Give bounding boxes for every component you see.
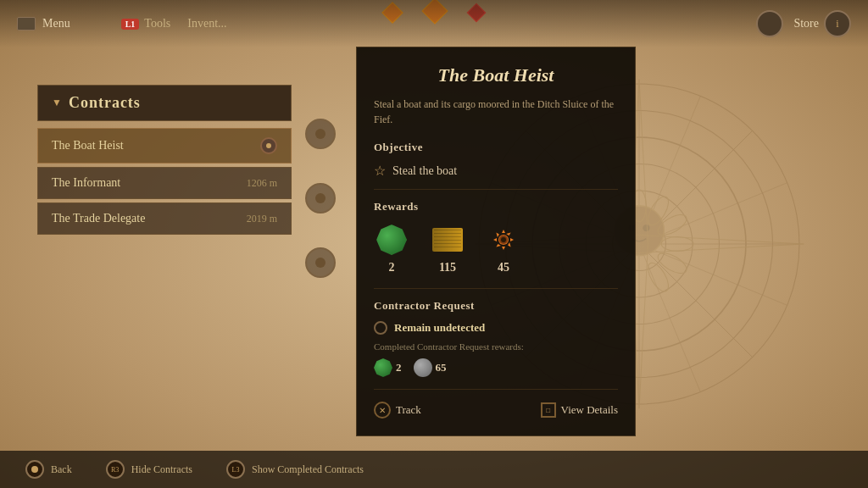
view-details-icon: □: [541, 402, 556, 418]
top-right: Store i: [756, 10, 851, 37]
reward-gem-value: 2: [389, 261, 395, 274]
objective-text: Steal the boat: [392, 164, 457, 178]
view-details-button[interactable]: □ View Details: [541, 402, 618, 419]
tab-inventory[interactable]: Invent...: [187, 17, 226, 30]
contracts-header: ▼ Contracts: [37, 85, 292, 121]
rewards-label: Rewards: [374, 200, 618, 214]
back-label: Back: [51, 463, 72, 476]
gem-shape: [376, 225, 407, 255]
menu-icon: [17, 17, 36, 30]
book-shape: [432, 228, 463, 252]
small-gem-icon: [374, 358, 392, 377]
divider-1: [374, 189, 618, 190]
l1-badge: L1: [121, 19, 140, 30]
menu-label: Menu: [42, 17, 70, 30]
completed-reward-coin: 65: [414, 358, 447, 377]
completed-rewards-label: Completed Contractor Request rewards:: [374, 341, 618, 352]
contract-distance-3: 2019 m: [247, 213, 277, 225]
track-label: Track: [396, 403, 421, 417]
inventory-label: Invent...: [187, 17, 226, 30]
top-bar: Menu L1 Tools Invent... Store i: [0, 0, 868, 47]
svg-point-24: [644, 260, 672, 295]
reward-gem: 2: [374, 222, 409, 274]
svg-point-28: [501, 237, 506, 242]
detail-panel: The Boat Heist Steal a boat and its carg…: [356, 47, 636, 436]
top-circle-icon: [756, 10, 783, 37]
action-buttons: ✕ Track □ View Details: [374, 389, 618, 419]
contractor-checkbox-icon: [374, 321, 387, 335]
gear-svg: [488, 225, 519, 255]
back-action[interactable]: Back: [25, 460, 72, 479]
view-details-label: View Details: [561, 403, 618, 417]
contracts-arrow-icon: ▼: [52, 97, 62, 109]
detail-title: The Boat Heist: [374, 64, 618, 86]
completed-gem-value: 2: [396, 361, 402, 374]
reward-book: 115: [430, 222, 465, 274]
svg-point-23: [655, 249, 690, 277]
contract-name-3: The Trade Delegate: [52, 212, 145, 225]
gear-reward-icon: [486, 222, 521, 258]
back-button-icon: [25, 460, 44, 479]
marker-1: [305, 119, 336, 149]
show-completed-action[interactable]: L3 Show Completed Contracts: [226, 460, 364, 479]
objective-row: ☆ Steal the boat: [374, 163, 618, 179]
gem-reward-icon: [374, 222, 409, 258]
rewards-row: 2 115 45: [374, 222, 618, 274]
hide-contracts-action[interactable]: R3 Hide Contracts: [106, 460, 192, 479]
menu-button[interactable]: Menu: [17, 17, 70, 30]
track-button[interactable]: ✕ Track: [374, 402, 421, 419]
store-label: Store: [793, 17, 819, 30]
contract-distance-2: 1206 m: [247, 177, 277, 190]
bottom-bar: Back R3 Hide Contracts L3 Show Completed…: [0, 451, 868, 488]
contracts-panel: ▼ Contracts The Boat Heist The Informant…: [37, 85, 292, 238]
r3-button-icon: R3: [106, 460, 125, 479]
book-reward-icon: [430, 222, 465, 258]
completed-reward-gem: 2: [374, 358, 402, 377]
completed-coin-value: 65: [436, 361, 447, 374]
store-button[interactable]: Store i: [793, 10, 851, 37]
left-markers: [305, 119, 336, 278]
contract-nav-1: [260, 137, 277, 154]
hide-contracts-label: Hide Contracts: [131, 463, 192, 476]
reward-gear-value: 45: [498, 261, 509, 274]
reward-book-value: 115: [439, 261, 456, 274]
divider-2: [374, 288, 618, 289]
reward-gear: 45: [486, 222, 521, 274]
contract-item-trade-delegate[interactable]: The Trade Delegate 2019 m: [37, 202, 292, 235]
show-completed-label: Show Completed Contracts: [252, 463, 364, 476]
track-button-icon: ✕: [374, 402, 391, 419]
contractor-request-row: Remain undetected: [374, 321, 618, 335]
tab-tools[interactable]: L1 Tools: [121, 17, 171, 30]
contracts-title: Contracts: [69, 94, 141, 112]
contract-item-informant[interactable]: The Informant 1206 m: [37, 167, 292, 199]
marker-2: [305, 183, 336, 214]
contract-name-1: The Boat Heist: [52, 139, 124, 152]
completed-rewards-row: 2 65: [374, 358, 618, 377]
marker-3: [305, 247, 336, 278]
nav-tabs: L1 Tools Invent...: [121, 17, 227, 30]
tools-label: Tools: [144, 17, 170, 30]
contractor-label: Contractor Request: [374, 299, 618, 313]
store-info-icon: i: [824, 10, 851, 37]
contract-item-boat-heist[interactable]: The Boat Heist: [37, 128, 292, 164]
contractor-section: Contractor Request Remain undetected Com…: [374, 299, 618, 377]
l3-button-icon: L3: [226, 460, 245, 479]
contractor-request-text: Remain undetected: [394, 321, 485, 335]
svg-point-18: [643, 225, 649, 231]
small-coin-icon: [414, 358, 432, 377]
objective-star-icon: ☆: [374, 163, 386, 179]
contract-name-2: The Informant: [52, 176, 120, 190]
detail-description: Steal a boat and its cargo moored in the…: [374, 97, 618, 127]
objective-label: Objective: [374, 141, 618, 154]
